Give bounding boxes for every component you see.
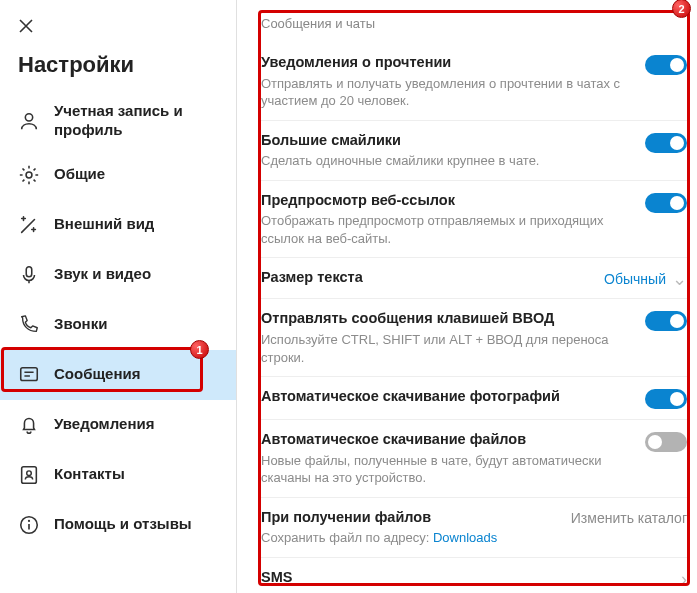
sidebar-item-contacts[interactable]: Контакты [0,450,236,500]
sidebar-item-label: Звонки [54,315,107,334]
sidebar-item-label: Учетная запись и профиль [54,102,218,140]
sidebar-item-label: Общие [54,165,105,184]
person-icon [18,110,40,132]
sidebar-item-label: Сообщения [54,365,140,384]
sidebar-item-audio-video[interactable]: Звук и видео [0,250,236,300]
contacts-icon [18,464,40,486]
setting-title: Отправлять сообщения клавишей ВВОД [261,309,631,329]
change-folder-link[interactable]: Изменить каталог [571,510,687,526]
toggle-enter-send[interactable] [645,311,687,331]
setting-desc: Отображать предпросмотр отправляемых и п… [261,212,631,247]
section-header: Сообщения и чаты [261,6,687,43]
microphone-icon [18,264,40,286]
close-icon [18,18,34,34]
sidebar-item-appearance[interactable]: Внешний вид [0,200,236,250]
svg-point-1 [26,172,32,178]
file-location-prefix: Сохранить файл по адресу: [261,530,433,545]
setting-title: При получении файлов [261,508,557,528]
sidebar-item-help[interactable]: Помощь и отзывы [0,500,236,550]
setting-title: Автоматическое скачивание фотографий [261,387,631,407]
setting-title: Предпросмотр веб-ссылок [261,191,631,211]
downloads-link[interactable]: Downloads [433,530,497,545]
chevron-right-icon: › [681,570,687,588]
sidebar-item-general[interactable]: Общие [0,150,236,200]
setting-title: Размер текста [261,268,590,288]
sidebar-item-label: Помощь и отзывы [54,515,192,534]
setting-large-emoji: Большие смайлики Сделать одиночные смайл… [261,121,687,181]
gear-icon [18,164,40,186]
sidebar-title: Настройки [0,44,236,92]
chat-icon [18,364,40,386]
setting-file-location: При получении файлов Сохранить файл по а… [261,498,687,558]
setting-desc: Сохранить файл по адресу: Downloads [261,529,557,547]
setting-sms[interactable]: SMS › [261,558,687,593]
setting-desc: Сделать одиночные смайлики крупнее в чат… [261,152,631,170]
setting-auto-photos: Автоматическое скачивание фотографий [261,377,687,420]
setting-link-preview: Предпросмотр веб-ссылок Отображать предп… [261,181,687,259]
chevron-down-icon: ⌄ [672,270,687,288]
setting-title: Автоматическое скачивание файлов [261,430,631,450]
svg-rect-2 [26,266,32,276]
info-icon [18,514,40,536]
setting-title: SMS [261,568,667,588]
close-button[interactable] [6,8,46,44]
sidebar-item-notifications[interactable]: Уведомления [0,400,236,450]
sidebar-item-account[interactable]: Учетная запись и профиль [0,92,236,150]
setting-desc: Отправлять и получать уведомления о проч… [261,75,631,110]
sidebar-item-label: Уведомления [54,415,154,434]
setting-title: Уведомления о прочтении [261,53,631,73]
svg-point-7 [28,519,30,521]
wand-icon [18,214,40,236]
setting-desc: Новые файлы, полученные в чате, будут ав… [261,452,631,487]
setting-desc: Используйте CTRL, SHIFT или ALT + ВВОД д… [261,331,631,366]
toggle-large-emoji[interactable] [645,133,687,153]
sidebar-item-label: Контакты [54,465,125,484]
toggle-auto-files[interactable] [645,432,687,452]
sidebar-item-label: Звук и видео [54,265,151,284]
svg-rect-3 [21,367,38,380]
setting-auto-files: Автоматическое скачивание файлов Новые ф… [261,420,687,498]
sidebar-item-label: Внешний вид [54,215,154,234]
phone-icon [18,314,40,336]
svg-point-5 [27,470,32,475]
toggle-read-receipts[interactable] [645,55,687,75]
setting-enter-send: Отправлять сообщения клавишей ВВОД Испол… [261,299,687,377]
setting-title: Большие смайлики [261,131,631,151]
settings-sidebar: Настройки Учетная запись и профиль Общие… [0,0,237,593]
text-size-value[interactable]: Обычный [604,271,666,287]
settings-main: Сообщения и чаты Уведомления о прочтении… [237,0,697,593]
svg-point-0 [25,113,32,120]
setting-read-receipts: Уведомления о прочтении Отправлять и пол… [261,43,687,121]
setting-text-size[interactable]: Размер текста Обычный ⌄ [261,258,687,299]
bell-icon [18,414,40,436]
toggle-link-preview[interactable] [645,193,687,213]
toggle-auto-photos[interactable] [645,389,687,409]
annotation-badge-1: 1 [190,340,209,359]
